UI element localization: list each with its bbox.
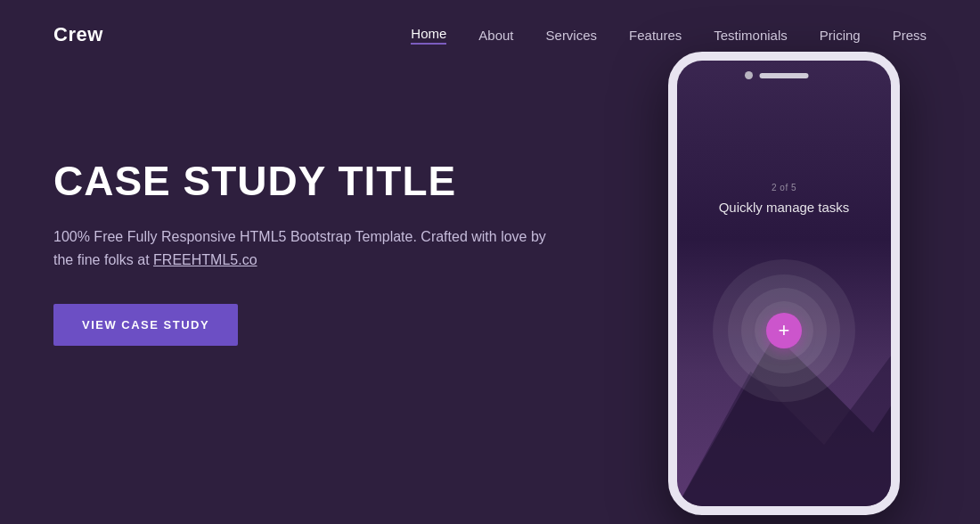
nav-item-services[interactable]: Services xyxy=(546,28,598,43)
hero-text-block: Case Study Title 100% Free Fully Respons… xyxy=(53,105,552,346)
nav-item-about[interactable]: About xyxy=(478,28,513,43)
phone-camera xyxy=(745,71,753,79)
phone-screen: 2 of 5 Quickly manage tasks + xyxy=(677,61,891,506)
nav-item-features[interactable]: Features xyxy=(629,28,682,43)
phone-circles: + xyxy=(713,259,855,402)
hero-description: 100% Free Fully Responsive HTML5 Bootstr… xyxy=(53,225,552,273)
hero-desc-link[interactable]: FREEHTML5.co xyxy=(153,252,257,267)
cta-button[interactable]: View Case Study xyxy=(53,304,238,346)
main-nav: Home About Services Features Testimonial… xyxy=(411,26,927,45)
phone-caption: Quickly manage tasks xyxy=(719,200,850,215)
hero-section: Case Study Title 100% Free Fully Respons… xyxy=(0,70,980,524)
phone-speaker xyxy=(760,73,809,78)
nav-item-press[interactable]: Press xyxy=(893,28,927,43)
plus-button[interactable]: + xyxy=(766,313,802,348)
phone-mockup: 2 of 5 Quickly manage tasks + xyxy=(641,52,927,524)
phone-frame: 2 of 5 Quickly manage tasks + xyxy=(668,52,900,515)
nav-item-home[interactable]: Home xyxy=(411,26,446,45)
site-logo: Crew xyxy=(53,23,103,46)
hero-title: Case Study Title xyxy=(53,159,552,204)
phone-step-indicator: 2 of 5 xyxy=(772,183,796,192)
hero-desc-text: 100% Free Fully Responsive HTML5 Bootstr… xyxy=(53,229,546,267)
nav-item-testimonials[interactable]: Testimonials xyxy=(714,28,788,43)
site-header: Crew Home About Services Features Testim… xyxy=(0,0,980,70)
nav-item-pricing[interactable]: Pricing xyxy=(820,28,861,43)
